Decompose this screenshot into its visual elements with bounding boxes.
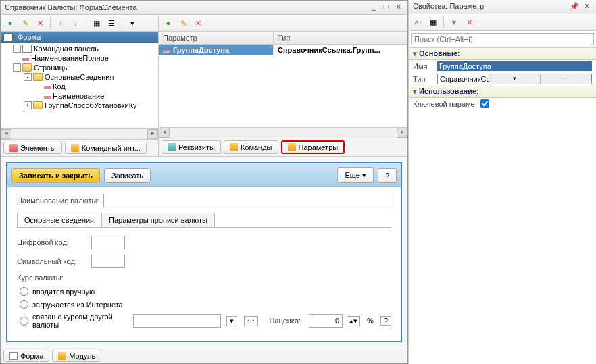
tree-node[interactable]: +ГруппаСпособУстановкиКу [2,101,157,110]
attributes-icon [168,143,176,151]
prop-key-param: Ключевой параме [409,98,596,109]
grid-icon[interactable]: ▦ [90,16,103,30]
scroll-left-icon[interactable]: ◂ [159,128,170,138]
expander-icon[interactable]: - [13,45,21,53]
scroll-right-icon[interactable]: ▸ [397,128,407,138]
tree-node[interactable]: НаименованиеПолное [2,53,157,63]
type-combo[interactable]: СправочникСсылка.ГруппыПользоват▾… [437,74,592,84]
tree-label: Страницы [34,63,69,72]
delete-icon[interactable]: ✕ [191,16,205,30]
scroll-left-icon[interactable]: ◂ [1,129,11,139]
add-icon[interactable]: ● [3,16,17,30]
section-main[interactable]: Основные: [409,48,596,60]
radio-internet[interactable]: загружается из Интернета [20,300,391,309]
help-button[interactable]: ? [378,168,397,183]
open-icon[interactable]: ⋯ [244,316,258,326]
save-close-button[interactable]: Записать и закрыть [11,168,100,183]
prop-key: Тип [413,75,437,83]
categorize-icon[interactable]: ▦ [426,16,440,29]
content-area: ● ✎ ✕ ↑ ↓ ▦ ☰ ▾ Форма -Командная панельН… [1,15,407,363]
pin-icon[interactable]: 📌 [569,2,580,11]
col-parameter[interactable]: Параметр [159,32,274,44]
cell-param: ▬ГруппаДоступа [159,45,274,55]
label-icon [22,58,29,61]
form-icon [3,33,13,41]
dropdown-icon[interactable]: ▾ [226,316,237,326]
tab-main-info[interactable]: Основные сведения [17,213,101,227]
key-parameter-checkbox[interactable] [480,99,489,108]
delete-icon[interactable]: ✕ [33,16,47,30]
close-icon[interactable]: ✕ [393,3,403,12]
expander-icon[interactable]: - [24,73,32,81]
dropdown-icon[interactable]: ▾ [126,16,139,30]
radio-label: связан с курсом другой валюты [32,313,125,329]
group-icon[interactable]: ☰ [105,16,118,30]
clear-icon[interactable]: ✕ [462,16,476,29]
tab-command-interface[interactable]: Командный инт... [65,142,147,154]
minimize-icon[interactable]: _ [368,3,379,12]
tab-attributes[interactable]: Реквизиты [162,140,221,154]
folder-icon [22,63,32,72]
scroll-track[interactable] [11,129,147,139]
tree-node[interactable]: Код [2,82,157,91]
radio-manual[interactable]: вводится вручную [20,287,391,296]
grid-row[interactable]: ▬ГруппаДоступа СправочникСсылка.Групп... [159,45,407,55]
tree-node[interactable]: -Страницы [2,63,157,72]
tree-label: Код [53,82,66,90]
section-usage[interactable]: Использование: [409,86,596,98]
edit-icon[interactable]: ✎ [18,16,32,30]
filter-icon[interactable]: ▼ [447,16,461,29]
maximize-icon[interactable]: □ [380,3,391,12]
currency-name-input[interactable] [103,194,391,207]
prop-name: Имя ГруппаДоступа [409,60,596,72]
markup-input[interactable] [309,314,343,328]
tab-spelling[interactable]: Параметры прописи валюты [101,213,215,227]
tab-form[interactable]: Форма [3,350,49,362]
tree-node[interactable]: -Командная панель [2,44,157,53]
tree-node[interactable]: -ОсновныеСведения [2,72,157,82]
dropdown-icon[interactable]: ▾ [489,74,540,84]
search-input[interactable] [411,33,594,45]
markup-label: Наценка: [269,317,301,325]
edit-icon[interactable]: ✎ [176,16,190,30]
properties-body: Основные: Имя ГруппаДоступа Тип Справочн… [409,48,596,364]
ellipsis-icon[interactable]: … [540,74,591,84]
linked-currency-input[interactable] [133,314,221,328]
spinner-icon[interactable]: ▴▾ [347,316,360,326]
tab-label: Командный инт... [82,144,141,152]
radio-label: вводится вручную [32,288,95,296]
name-input[interactable]: ГруппаДоступа [437,61,592,71]
expander-icon[interactable]: - [13,63,21,72]
radio-linked[interactable]: связан с курсом другой валюты ▾ ⋯ Наценк… [20,313,391,329]
grid-body[interactable]: ▬ГруппаДоступа СправочникСсылка.Групп... [159,45,407,127]
separator [443,16,444,28]
symbol-code-input[interactable] [91,255,125,268]
scroll-right-icon[interactable]: ▸ [147,129,158,139]
tab-label: Параметры [299,143,339,151]
tab-module[interactable]: Модуль [52,350,101,362]
col-type[interactable]: Тип [274,32,407,44]
tree-label: ОсновныеСведения [45,73,114,81]
preview-tabs: Основные сведения Параметры прописи валю… [17,213,391,228]
tab-parameters[interactable]: Параметры [281,140,345,154]
form-tree[interactable]: -Командная панельНаименованиеПолное-Стра… [1,43,158,128]
add-icon[interactable]: ● [162,16,175,30]
window-title: Справочник Валюты: ФормаЭлемента [5,3,367,11]
tab-elements[interactable]: Элементы [3,142,62,154]
expander-icon[interactable]: + [24,101,32,109]
horizontal-scrollbar[interactable]: ◂ ▸ [1,128,158,139]
save-button[interactable]: Записать [104,168,151,183]
tab-commands[interactable]: Команды [224,140,278,154]
horizontal-scrollbar[interactable]: ◂ ▸ [159,127,407,138]
sort-az-icon[interactable]: A↓ [412,16,425,29]
tree-node[interactable]: Наименование [2,91,157,101]
move-down-icon[interactable]: ↓ [69,16,82,30]
move-up-icon[interactable]: ↑ [54,16,68,30]
tree-label: Наименование [53,92,104,100]
more-button[interactable]: Еще ▾ [337,167,373,183]
digital-code-input[interactable] [91,236,125,249]
scroll-track[interactable] [170,128,397,138]
close-icon[interactable]: ✕ [581,2,592,11]
elements-icon [9,144,18,152]
help-icon[interactable]: ? [380,316,391,326]
